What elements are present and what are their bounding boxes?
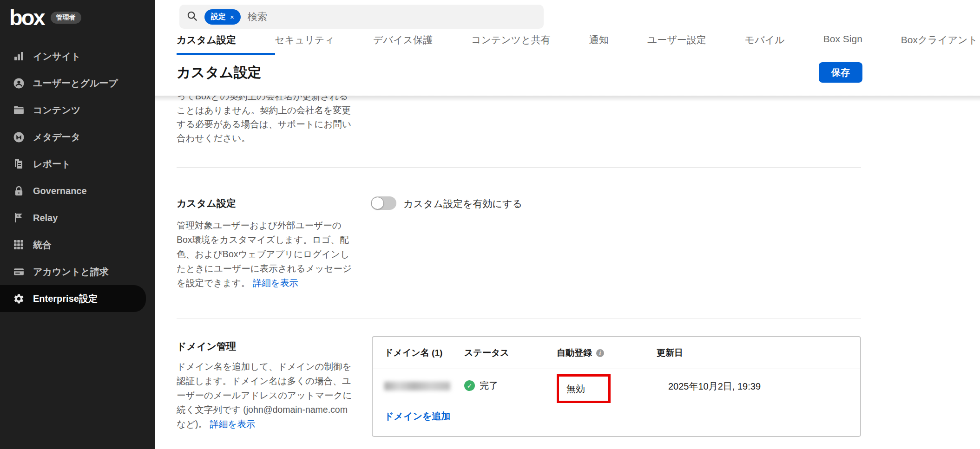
billing-icon <box>13 266 25 278</box>
sidebar-item-label: Relay <box>33 213 58 223</box>
users-groups-icon <box>13 77 25 89</box>
info-icon[interactable]: i <box>596 349 604 357</box>
intro-line: ことはありません。契約上の会社名を変更 <box>177 103 351 117</box>
domain-cell-redacted <box>384 382 450 390</box>
sidebar-item-insights[interactable]: インサイト <box>0 43 155 70</box>
sidebar-item-label: レポート <box>33 158 71 170</box>
search-filter-chip[interactable]: 設定 × <box>204 9 241 25</box>
sidebar-item-label: アカウントと請求 <box>33 266 109 278</box>
sidebar-item-metadata[interactable]: メタデータ <box>0 124 155 150</box>
status-cell: ✓ 完了 <box>464 379 557 392</box>
tab-content-sharing[interactable]: コンテンツと共有 <box>471 33 551 55</box>
custom-settings-description: 管理対象ユーザーおよび外部ユーザーのBox環境をカスタマイズします。ロゴ、配色、… <box>177 218 352 290</box>
box-admin-console: box 管理者 インサイト ユーザーとグループ コンテンツ <box>0 0 980 449</box>
sidebar-item-label: インサイト <box>33 50 80 63</box>
sidebar-item-governance[interactable]: Governance <box>0 177 155 204</box>
search-filter-chip-label: 設定 <box>211 12 226 22</box>
sidebar-item-reports[interactable]: レポート <box>0 150 155 177</box>
domain-table-header: ドメイン名 (1) ステータス 自動登録 i 更新日 <box>373 337 860 369</box>
domain-details-link[interactable]: 詳細を表示 <box>210 419 255 429</box>
sidebar: box 管理者 インサイト ユーザーとグループ コンテンツ <box>0 0 155 449</box>
intro-line: 合わせください。 <box>177 131 351 145</box>
column-header-updated: 更新日 <box>657 347 860 359</box>
status-success-icon: ✓ <box>464 380 475 391</box>
section-divider <box>177 167 861 168</box>
tab-user-settings[interactable]: ユーザー設定 <box>647 33 706 55</box>
tabs-divider <box>155 55 980 55</box>
intro-paragraph: ってBoxとの契約上の会社名が更新される ことはありません。契約上の会社名を変更… <box>177 89 351 145</box>
column-header-status: ステータス <box>464 347 557 359</box>
column-header-auto-enrollment-label: 自動登録 <box>557 347 592 359</box>
sidebar-item-label: Enterprise設定 <box>33 293 98 305</box>
tab-device-protection[interactable]: デバイス保護 <box>373 33 433 55</box>
chip-remove-icon[interactable]: × <box>230 13 234 21</box>
tab-box-clients[interactable]: Boxクライアント <box>901 33 978 55</box>
settings-tabs: カスタム設定 セキュリティ デバイス保護 コンテンツと共有 通知 ユーザー設定 … <box>177 33 978 55</box>
domain-management-description: ドメイン名を追加して、ドメインの制御を認証します。ドメイン名は多くの場合、ユーザ… <box>177 359 352 431</box>
sidebar-item-account-billing[interactable]: アカウントと請求 <box>0 258 155 285</box>
enterprise-settings-icon <box>13 293 25 305</box>
annotation-highlight-box: 無効 <box>557 374 611 403</box>
relay-icon <box>13 212 25 224</box>
sidebar-item-content[interactable]: コンテンツ <box>0 97 155 124</box>
admin-badge: 管理者 <box>51 12 81 24</box>
domain-table-row: ✓ 完了 無効 2025年10月2日, 19:39 <box>373 369 860 409</box>
search-icon <box>187 11 197 23</box>
domain-management-description-text: ドメイン名を追加して、ドメインの制御を認証します。ドメイン名は多くの場合、ユーザ… <box>177 361 352 429</box>
auto-enrollment-value: 無効 <box>566 383 585 395</box>
updated-date: 2025年10月2日, 19:39 <box>668 380 761 393</box>
sidebar-item-enterprise-settings[interactable]: Enterprise設定 <box>0 285 146 312</box>
page-header: 設定 × 検索 カスタム設定 セキュリティ デバイス保護 コンテンツと共有 通知… <box>155 0 980 96</box>
governance-icon <box>13 185 25 197</box>
custom-settings-toggle-label: カスタム設定を有効にする <box>403 197 522 210</box>
custom-settings-toggle[interactable] <box>371 196 396 210</box>
custom-settings-heading: カスタム設定 <box>177 197 236 210</box>
box-logo: box <box>9 7 44 28</box>
logo-row: box 管理者 <box>9 7 81 28</box>
tab-box-sign[interactable]: Box Sign <box>823 33 862 55</box>
search-bar[interactable]: 設定 × 検索 <box>179 5 544 29</box>
domain-table: ドメイン名 (1) ステータス 自動登録 i 更新日 ✓ 完了 無効 2025年… <box>372 336 861 437</box>
sidebar-item-users-groups[interactable]: ユーザーとグループ <box>0 70 155 97</box>
status-label: 完了 <box>480 379 498 392</box>
domain-management-heading: ドメイン管理 <box>177 340 236 353</box>
column-header-domain: ドメイン名 (1) <box>373 347 464 359</box>
custom-settings-details-link[interactable]: 詳細を表示 <box>253 278 298 288</box>
sidebar-item-label: メタデータ <box>33 131 80 143</box>
metadata-icon <box>13 131 25 143</box>
sidebar-nav: インサイト ユーザーとグループ コンテンツ メタデータ <box>0 43 155 312</box>
toggle-knob <box>371 197 384 209</box>
tab-mobile[interactable]: モバイル <box>745 33 785 55</box>
sidebar-item-label: Governance <box>33 186 87 196</box>
add-domain-link[interactable]: ドメインを追加 <box>384 410 450 423</box>
content-icon <box>13 104 25 116</box>
column-header-auto-enrollment: 自動登録 i <box>557 347 657 359</box>
sidebar-item-label: コンテンツ <box>33 104 80 117</box>
page-title: カスタム設定 <box>177 63 262 82</box>
tab-notifications[interactable]: 通知 <box>589 33 609 55</box>
sidebar-item-label: ユーザーとグループ <box>33 77 118 90</box>
sidebar-item-relay[interactable]: Relay <box>0 204 155 231</box>
tab-custom-settings[interactable]: カスタム設定 <box>177 33 236 55</box>
insights-icon <box>13 50 25 62</box>
sidebar-item-integrations[interactable]: 統合 <box>0 231 155 258</box>
save-button[interactable]: 保存 <box>819 62 862 83</box>
intro-line: する必要がある場合は、サポートにお問い <box>177 117 351 131</box>
reports-icon <box>13 158 25 170</box>
search-placeholder: 検索 <box>248 10 267 23</box>
sidebar-item-label: 統合 <box>33 239 52 251</box>
tab-security[interactable]: セキュリティ <box>275 33 335 55</box>
integrations-icon <box>13 239 25 251</box>
section-divider <box>177 319 861 319</box>
